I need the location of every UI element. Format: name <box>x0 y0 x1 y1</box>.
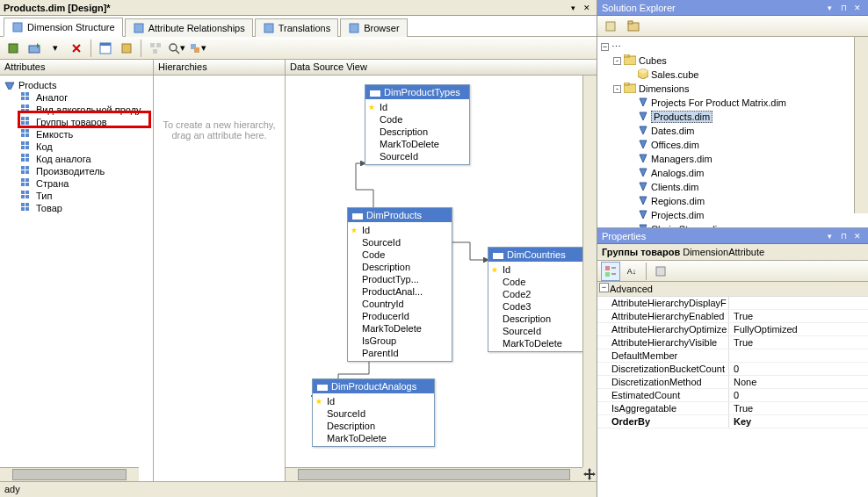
attribute-item[interactable]: Товар <box>2 202 151 214</box>
table-column[interactable]: IsGroup <box>348 335 452 347</box>
process-button[interactable] <box>4 39 23 58</box>
table-column[interactable]: Id <box>348 224 452 236</box>
table-column[interactable]: SourceId <box>348 236 452 248</box>
se-item-projects-for-product-matrix-dim[interactable]: Projects For Product Matrix.dim <box>601 96 864 110</box>
dropdown-icon[interactable]: ▾ <box>823 2 835 14</box>
solution-root[interactable]: −⋯ <box>601 40 864 54</box>
table-column[interactable]: SourceId <box>365 150 469 162</box>
tab-attribute-relationships[interactable]: Attribute Relationships <box>125 18 253 37</box>
attribute-item[interactable]: Емкость <box>2 128 151 140</box>
table-header[interactable]: DimCountries <box>488 248 583 262</box>
delete-button[interactable] <box>67 39 86 58</box>
se-item-managers-dim[interactable]: Managers.dim <box>601 152 864 166</box>
dropdown-icon[interactable]: ▾ <box>567 2 579 14</box>
se-item-cubes[interactable]: -Cubes <box>601 54 864 68</box>
pin-icon[interactable]: ⊓ <box>837 2 850 14</box>
se-item-regions-dim[interactable]: Regions.dim <box>601 194 864 208</box>
property-row[interactable]: IsAggregatableTrue <box>597 402 868 415</box>
table-column[interactable]: Description <box>348 261 452 273</box>
table-column[interactable]: Id <box>488 263 583 276</box>
table-column[interactable]: ProductTyp... <box>348 273 452 285</box>
se-item-offices-dim[interactable]: Offices.dim <box>601 138 864 152</box>
dsv-table-dimcountries[interactable]: DimCountriesIdCodeCode2Code3DescriptionS… <box>488 247 584 352</box>
attribute-item[interactable]: Производитель <box>2 165 151 177</box>
table-column[interactable]: Code <box>488 276 583 288</box>
table-column[interactable]: Id <box>365 101 469 113</box>
dropdown-button[interactable]: ▾ <box>46 39 65 58</box>
attribute-item[interactable]: Тип <box>2 190 151 202</box>
show-all-button[interactable] <box>624 17 643 36</box>
property-category[interactable]: Advanced <box>597 282 868 297</box>
scrollbar-h[interactable] <box>0 467 139 481</box>
property-row[interactable]: AttributeHierarchyEnabledTrue <box>597 310 868 323</box>
attribute-item[interactable]: Код аналога <box>2 153 151 165</box>
pin-icon[interactable]: ⊓ <box>837 230 850 242</box>
tab-dimension-structure[interactable]: Dimension Structure <box>4 18 123 37</box>
dsv-table-dimproducttypes[interactable]: DimProductTypesIdCodeDescriptionMarkToDe… <box>365 84 470 165</box>
table-column[interactable]: ProducerId <box>348 310 452 322</box>
property-row[interactable]: DiscretizationMethodNone <box>597 376 868 389</box>
table-column[interactable]: MarkToDelete <box>365 138 469 150</box>
table-column[interactable]: Code <box>348 248 452 261</box>
table-column[interactable]: ProductAnal... <box>348 285 452 298</box>
table-column[interactable]: SourceId <box>313 407 434 420</box>
se-scrollbar-v[interactable] <box>854 37 868 213</box>
view-button[interactable] <box>117 39 136 58</box>
dsv-scrollbar-h[interactable] <box>286 467 582 481</box>
se-item-products-dim[interactable]: Products.dim <box>601 110 864 124</box>
table-header[interactable]: DimProducts <box>348 208 452 222</box>
dsv-table-dimproductanalogs[interactable]: DimProductAnalogsIdSourceIdDescriptionMa… <box>312 378 435 447</box>
hierarchies-dropzone[interactable]: To create a new hierarchy, drag an attri… <box>154 76 285 481</box>
properties-object-selector[interactable]: Группы товаров DimensionAttribute <box>597 244 868 261</box>
move-handle-icon[interactable] <box>582 467 597 481</box>
property-row[interactable]: AttributeHierarchyDisplayF <box>597 297 868 310</box>
table-column[interactable]: MarkToDelete <box>488 337 583 349</box>
table-header[interactable]: DimProductTypes <box>365 85 469 99</box>
table-header[interactable]: DimProductAnalogs <box>313 379 434 393</box>
se-item-sales-cube[interactable]: Sales.cube <box>601 68 864 82</box>
find-button[interactable]: ▾ <box>188 39 207 58</box>
alphabetical-button[interactable]: A↓ <box>622 262 641 281</box>
tab-browser[interactable]: Browser <box>340 18 407 37</box>
categorized-button[interactable] <box>601 262 620 281</box>
layout-button[interactable] <box>146 39 165 58</box>
table-column[interactable]: Description <box>488 313 583 325</box>
table-column[interactable]: Code <box>365 113 469 126</box>
table-column[interactable]: ParentId <box>348 347 452 359</box>
dsv-table-dimproducts[interactable]: DimProductsIdSourceIdCodeDescriptionProd… <box>347 207 452 362</box>
attribute-item[interactable]: Страна <box>2 177 151 190</box>
property-row[interactable]: AttributeHierarchyVisibleTrue <box>597 336 868 349</box>
property-pages-button[interactable] <box>651 262 670 281</box>
se-item-projects-dim[interactable]: Projects.dim <box>601 208 864 222</box>
table-column[interactable]: Description <box>365 126 469 138</box>
expand-icon[interactable]: - <box>613 57 621 65</box>
table-column[interactable]: SourceId <box>488 325 583 337</box>
expand-icon[interactable]: - <box>613 85 621 93</box>
attribute-item[interactable]: Аналог <box>2 91 151 104</box>
dropdown-icon[interactable]: ▾ <box>823 230 835 242</box>
property-row[interactable]: AttributeHierarchyOptimizeFullyOptimized <box>597 323 868 336</box>
table-column[interactable]: Code2 <box>488 288 583 300</box>
add-attr-button[interactable] <box>25 39 44 58</box>
table-column[interactable]: Id <box>313 395 434 407</box>
property-row[interactable]: EstimatedCount0 <box>597 389 868 402</box>
close-icon[interactable]: ✕ <box>581 2 593 14</box>
property-row[interactable]: OrderByKey <box>597 415 868 429</box>
dimension-root[interactable]: Products <box>2 79 151 91</box>
close-icon[interactable]: ✕ <box>851 2 864 14</box>
table-column[interactable]: MarkToDelete <box>348 322 452 335</box>
property-row[interactable]: DiscretizationBucketCount0 <box>597 363 868 376</box>
se-item-dates-dim[interactable]: Dates.dim <box>601 124 864 138</box>
dsv-canvas[interactable]: DimProductTypesIdCodeDescriptionMarkToDe… <box>286 76 597 481</box>
table-column[interactable]: Description <box>313 420 434 432</box>
se-item-analogs-dim[interactable]: Analogs.dim <box>601 166 864 180</box>
se-item-chain-stores-dim[interactable]: Chain Stores.dim <box>601 222 864 228</box>
table-button[interactable] <box>96 39 115 58</box>
refresh-button[interactable] <box>601 17 620 36</box>
attribute-item[interactable]: Группы товаров <box>2 116 151 128</box>
dsv-scrollbar-v[interactable] <box>582 76 597 467</box>
se-item-dimensions[interactable]: -Dimensions <box>601 82 864 96</box>
table-column[interactable]: CountryId <box>348 298 452 310</box>
table-column[interactable]: MarkToDelete <box>313 432 434 444</box>
se-item-clients-dim[interactable]: Clients.dim <box>601 180 864 194</box>
